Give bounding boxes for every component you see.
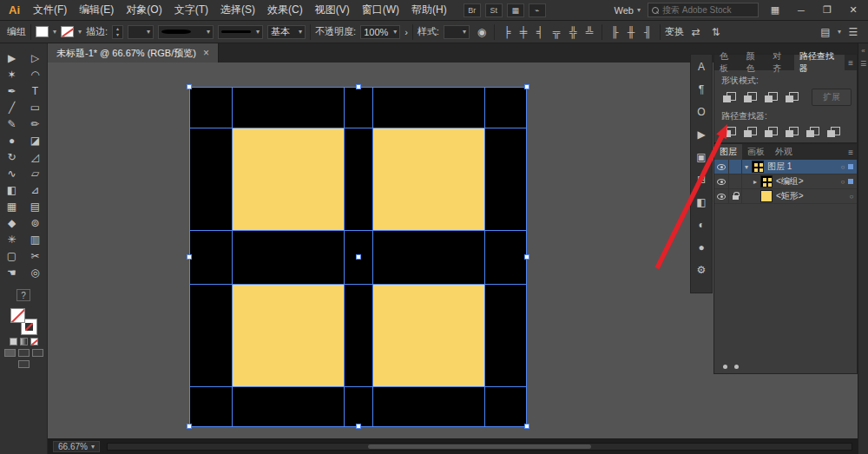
eyedropper-tool[interactable]: ◆ <box>0 214 23 231</box>
distribute-center-icon[interactable]: ╫ <box>623 24 639 39</box>
transform-link[interactable]: 变换 <box>665 25 684 38</box>
search-input[interactable] <box>662 5 754 15</box>
zoom-tool[interactable]: ◎ <box>23 264 47 280</box>
tab-pathfinder[interactable]: 路径查找器 <box>794 55 845 70</box>
distribute-right-icon[interactable]: ╢ <box>640 24 655 39</box>
layer-row-layer-1[interactable]: ▾ 图层 1 ○ <box>714 160 857 174</box>
menu-effect[interactable]: 效果(C) <box>261 3 309 17</box>
tab-appearance[interactable]: 外观 <box>770 144 798 160</box>
outline-button[interactable] <box>803 124 822 140</box>
selection-handle[interactable] <box>356 254 361 260</box>
chevron-down-icon[interactable]: ▾ <box>53 28 56 36</box>
align-v-center-icon[interactable]: ╬ <box>565 24 581 39</box>
align-bottom-icon[interactable]: ╩ <box>582 24 597 39</box>
gradient-panel-icon[interactable]: ◧ <box>694 194 709 209</box>
unite-button[interactable] <box>720 89 739 105</box>
selection-handle[interactable] <box>187 254 192 260</box>
document-tab[interactable]: 未标题-1* @ 66.67% (RGB/预览) × <box>48 43 219 63</box>
selection-handle[interactable] <box>356 84 361 89</box>
scale-tool[interactable]: ◿ <box>23 148 47 165</box>
lasso-tool[interactable]: ◠ <box>23 66 47 82</box>
selection-handle[interactable] <box>356 424 361 429</box>
slice-tool[interactable]: ✂ <box>23 247 47 264</box>
bridge-icon[interactable]: Br <box>464 3 481 17</box>
selection-handle[interactable] <box>524 84 529 89</box>
pen-tool[interactable]: ✒ <box>0 82 23 99</box>
symbols-panel-icon[interactable]: ⚙ <box>694 262 709 277</box>
recolor-artwork-icon[interactable]: ◉ <box>474 24 490 39</box>
swap-vertical-icon[interactable]: ⇅ <box>708 24 724 39</box>
minimize-button[interactable]: ─ <box>792 2 811 19</box>
actions-panel-icon[interactable]: ▶ <box>694 127 709 141</box>
gpu-performance-icon[interactable]: ⌁ <box>529 3 546 17</box>
close-button[interactable]: ✕ <box>844 2 863 19</box>
stroke-color-swatch[interactable] <box>61 26 74 37</box>
align-left-icon[interactable]: ╞ <box>499 24 515 39</box>
character-panel-icon[interactable]: A <box>694 59 709 74</box>
minus-back-button[interactable] <box>824 124 843 140</box>
artwork-black-square[interactable] <box>189 87 527 427</box>
intersect-button[interactable] <box>761 89 780 105</box>
eraser-tool[interactable]: ◪ <box>23 132 47 148</box>
swap-horizontal-icon[interactable]: ⇄ <box>688 24 704 39</box>
yellow-square-bottom-right[interactable] <box>372 284 484 386</box>
layer-name[interactable]: 图层 1 <box>767 161 838 173</box>
selection-indicator[interactable] <box>848 179 853 184</box>
opentype-panel-icon[interactable]: O <box>694 104 709 119</box>
style-select[interactable]: ▾ <box>444 25 470 39</box>
gradient-button[interactable] <box>20 338 28 345</box>
transparency-panel-icon[interactable]: ◐ <box>694 217 709 232</box>
color-button[interactable] <box>10 338 17 345</box>
appearance-panel-icon[interactable]: ● <box>694 240 709 254</box>
footer-dot-icon[interactable] <box>734 365 739 369</box>
visibility-toggle[interactable] <box>714 160 729 174</box>
expand-button[interactable]: 扩展 <box>812 89 852 106</box>
align-top-icon[interactable]: ╦ <box>549 24 564 39</box>
perspective-grid-tool[interactable]: ⊿ <box>23 181 47 198</box>
minus-front-button[interactable] <box>740 89 760 105</box>
paragraph-panel-icon[interactable]: ¶ <box>694 82 709 96</box>
visibility-toggle[interactable] <box>714 174 729 188</box>
pencil-tool[interactable]: ✏ <box>23 115 47 132</box>
zoom-select[interactable]: 66.67% ▾ <box>53 441 100 452</box>
column-graph-tool[interactable]: ▥ <box>23 231 47 247</box>
layer-name[interactable]: <矩形> <box>776 190 846 202</box>
fill-color-swatch[interactable] <box>36 26 49 37</box>
yellow-square-top-left[interactable] <box>232 128 344 230</box>
menu-select[interactable]: 选择(S) <box>214 3 261 17</box>
divide-button[interactable] <box>720 124 739 140</box>
tab-color[interactable]: 颜色 <box>741 55 768 70</box>
target-circle-icon[interactable]: ○ <box>838 178 848 186</box>
draw-behind-button[interactable] <box>18 349 30 357</box>
align-h-center-icon[interactable]: ╪ <box>516 24 531 39</box>
stock-icon[interactable]: St <box>485 3 503 17</box>
panel-menu-icon[interactable]: ≡ <box>845 144 857 160</box>
opacity-more-icon[interactable]: › <box>404 27 408 37</box>
restore-button[interactable]: ❐ <box>818 2 837 19</box>
menu-window[interactable]: 窗口(W) <box>356 3 405 17</box>
selection-indicator[interactable] <box>848 164 853 169</box>
bar-menu-icon[interactable]: ☰ <box>845 24 861 39</box>
visibility-toggle[interactable] <box>714 189 729 203</box>
layer-thumbnail[interactable] <box>760 175 773 188</box>
menu-file[interactable]: 文件(F) <box>27 3 73 17</box>
selection-handle[interactable] <box>524 424 529 429</box>
rotate-tool[interactable]: ↻ <box>0 148 23 165</box>
opacity-select[interactable]: 100%▾ <box>360 25 400 39</box>
expand-panels-icon[interactable]: « <box>861 47 865 55</box>
panel-menu-icon[interactable]: ≡ <box>845 55 857 70</box>
target-circle-icon[interactable]: ○ <box>838 163 848 171</box>
tab-align[interactable]: 对齐 <box>767 55 794 70</box>
layer-row-group[interactable]: ▸ <编组> ○ <box>714 174 857 189</box>
rectangle-tool[interactable]: ▭ <box>23 99 47 115</box>
panel-grid-icon[interactable]: ▤ <box>818 24 833 39</box>
yellow-square-top-right[interactable] <box>372 128 484 230</box>
lock-toggle[interactable] <box>729 160 742 174</box>
footer-dot-icon[interactable] <box>723 365 727 369</box>
artboard-tool[interactable]: ▢ <box>0 247 23 264</box>
magic-wand-tool[interactable]: ✶ <box>0 66 23 82</box>
target-circle-icon[interactable]: ○ <box>846 193 857 201</box>
workspace-switcher[interactable]: Web ▾ <box>615 5 641 16</box>
free-transform-tool[interactable]: ▱ <box>23 165 47 181</box>
distribute-left-icon[interactable]: ╟ <box>607 24 622 39</box>
